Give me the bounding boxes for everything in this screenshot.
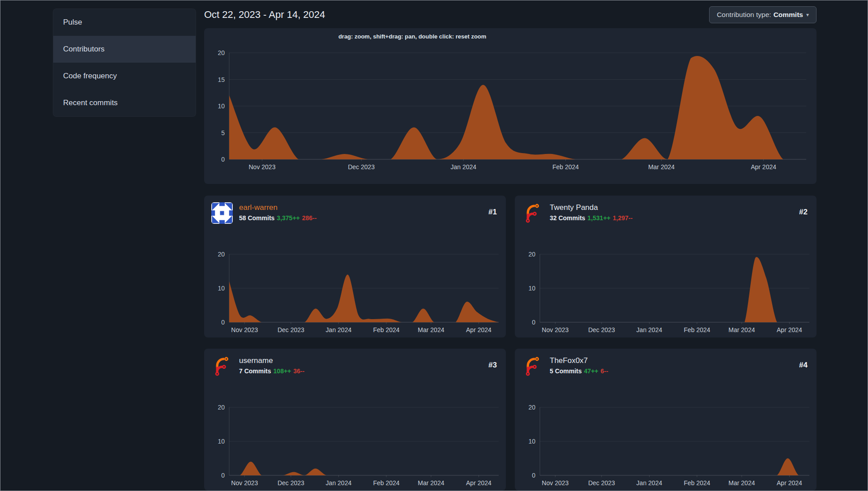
contributor-stats: 58 Commits3,375++286-- [239,214,488,222]
date-range-title: Oct 22, 2023 - Apr 14, 2024 [204,9,325,21]
svg-text:Feb 2024: Feb 2024 [684,479,710,487]
svg-text:Apr 2024: Apr 2024 [777,326,802,333]
chevron-down-icon: ▾ [806,12,809,17]
contributor-info: username 7 Commits108++36-- [239,355,488,375]
deletions-count: 1,297-- [613,214,633,222]
contributor-info: Twenty Panda 32 Commits1,531++1,297-- [550,202,799,222]
svg-text:20: 20 [218,49,225,56]
contributor-name[interactable]: earl-warren [239,203,488,212]
svg-text:Dec 2023: Dec 2023 [588,479,615,487]
contributor-name: TheFox0x7 [550,356,799,365]
svg-text:0: 0 [221,319,225,326]
contributor-card-header: Twenty Panda 32 Commits1,531++1,297-- #2 [515,196,817,224]
svg-text:Jan 2024: Jan 2024 [637,479,663,487]
contributor-card: earl-warren 58 Commits3,375++286-- #1 01… [204,196,506,337]
contributor-card-header: earl-warren 58 Commits3,375++286-- #1 [204,196,506,224]
commit-count: 58 Commits [239,214,274,222]
deletions-count: 286-- [302,214,317,222]
svg-text:0: 0 [221,156,225,163]
forgejo-logo-avatar [522,202,543,224]
svg-text:Feb 2024: Feb 2024 [684,326,710,333]
contributor-chart[interactable]: 01020Nov 2023Dec 2023Jan 2024Feb 2024Mar… [515,396,817,490]
commit-count: 5 Commits [550,367,582,375]
activity-sidebar: Pulse Contributors Code frequency Recent… [53,9,196,117]
contributor-name: username [239,356,488,365]
topbar: Oct 22, 2023 - Apr 14, 2024 Contribution… [204,0,817,24]
svg-text:0: 0 [532,319,535,326]
sidebar-item-recent-commits[interactable]: Recent commits [53,90,196,116]
contributor-card: username 7 Commits108++36-- #3 01020Nov … [204,349,506,491]
svg-text:Dec 2023: Dec 2023 [278,479,304,487]
svg-text:Dec 2023: Dec 2023 [588,326,615,333]
contributor-stats: 5 Commits47++6-- [550,367,799,375]
total-contributions-chart[interactable]: 05101520Nov 2023Dec 2023Jan 2024Feb 2024… [204,43,817,181]
contributor-card: TheFox0x7 5 Commits47++6-- #4 01020Nov 2… [515,349,817,491]
svg-text:Feb 2024: Feb 2024 [373,479,399,487]
svg-text:10: 10 [218,285,225,292]
commit-count: 32 Commits [550,214,585,222]
contributor-rank: #3 [488,355,497,370]
svg-text:0: 0 [221,472,225,479]
svg-text:Nov 2023: Nov 2023 [542,479,569,487]
deletions-count: 6-- [601,367,608,375]
contribution-type-dropdown[interactable]: Contribution type: Commits ▾ [709,6,817,23]
contributor-rank: #2 [799,202,808,217]
contributor-cards: earl-warren 58 Commits3,375++286-- #1 01… [204,196,817,491]
svg-text:Apr 2024: Apr 2024 [777,479,802,487]
svg-text:Nov 2023: Nov 2023 [231,326,258,333]
svg-text:Nov 2023: Nov 2023 [542,326,569,333]
contributor-rank: #1 [488,202,497,217]
svg-text:Mar 2024: Mar 2024 [418,326,444,333]
additions-count: 1,531++ [587,214,610,222]
svg-text:10: 10 [528,285,535,292]
contribution-type-label: Contribution type: [717,11,771,19]
contributor-stats: 32 Commits1,531++1,297-- [550,214,799,222]
svg-text:0: 0 [532,472,535,479]
svg-text:Mar 2024: Mar 2024 [728,326,755,333]
contributor-rank: #4 [799,355,808,370]
contributor-card-header: TheFox0x7 5 Commits47++6-- #4 [515,349,817,377]
main-content: Oct 22, 2023 - Apr 14, 2024 Contribution… [204,0,817,491]
svg-text:Feb 2024: Feb 2024 [552,163,579,171]
svg-text:Apr 2024: Apr 2024 [751,163,776,171]
contributor-info: TheFox0x7 5 Commits47++6-- [550,355,799,375]
deletions-count: 36-- [293,367,304,375]
contributor-chart[interactable]: 01020Nov 2023Dec 2023Jan 2024Feb 2024Mar… [515,243,817,337]
svg-text:Dec 2023: Dec 2023 [348,163,375,171]
svg-text:20: 20 [218,404,225,411]
svg-text:10: 10 [528,438,535,445]
svg-text:Jan 2024: Jan 2024 [451,163,477,171]
contributor-info: earl-warren 58 Commits3,375++286-- [239,202,488,222]
svg-text:15: 15 [218,76,225,83]
chart-zoom-hint: drag: zoom, shift+drag: pan, double clic… [338,33,486,40]
svg-text:Nov 2023: Nov 2023 [249,163,276,171]
contributor-stats: 7 Commits108++36-- [239,367,488,375]
contributors-page: { "sidebar": { "items": [ { "label": "Pu… [0,0,868,491]
svg-text:20: 20 [218,251,225,258]
svg-text:Mar 2024: Mar 2024 [418,479,444,487]
contributor-name: Twenty Panda [550,203,799,212]
contributor-chart[interactable]: 01020Nov 2023Dec 2023Jan 2024Feb 2024Mar… [204,396,506,490]
additions-count: 108++ [274,367,291,375]
commit-count: 7 Commits [239,367,271,375]
total-contributions-panel: drag: zoom, shift+drag: pan, double clic… [204,28,817,184]
svg-text:Feb 2024: Feb 2024 [373,326,399,333]
sidebar-item-contributors[interactable]: Contributors [53,36,196,63]
contributor-card-header: username 7 Commits108++36-- #3 [204,349,506,377]
sidebar-item-pulse[interactable]: Pulse [53,9,196,36]
contributor-chart[interactable]: 01020Nov 2023Dec 2023Jan 2024Feb 2024Mar… [204,243,506,337]
svg-text:Apr 2024: Apr 2024 [466,326,492,333]
svg-text:Mar 2024: Mar 2024 [648,163,675,171]
svg-text:Jan 2024: Jan 2024 [637,326,663,333]
svg-text:Nov 2023: Nov 2023 [231,479,258,487]
sidebar-item-code-frequency[interactable]: Code frequency [53,63,196,90]
svg-text:20: 20 [528,251,535,258]
contribution-type-value: Commits [774,11,803,19]
additions-count: 3,375++ [277,214,299,222]
svg-text:10: 10 [218,102,225,110]
svg-text:Mar 2024: Mar 2024 [728,479,755,487]
forgejo-logo-avatar [211,355,233,377]
svg-text:20: 20 [528,404,535,411]
svg-text:5: 5 [221,129,225,137]
svg-text:Jan 2024: Jan 2024 [326,326,352,333]
